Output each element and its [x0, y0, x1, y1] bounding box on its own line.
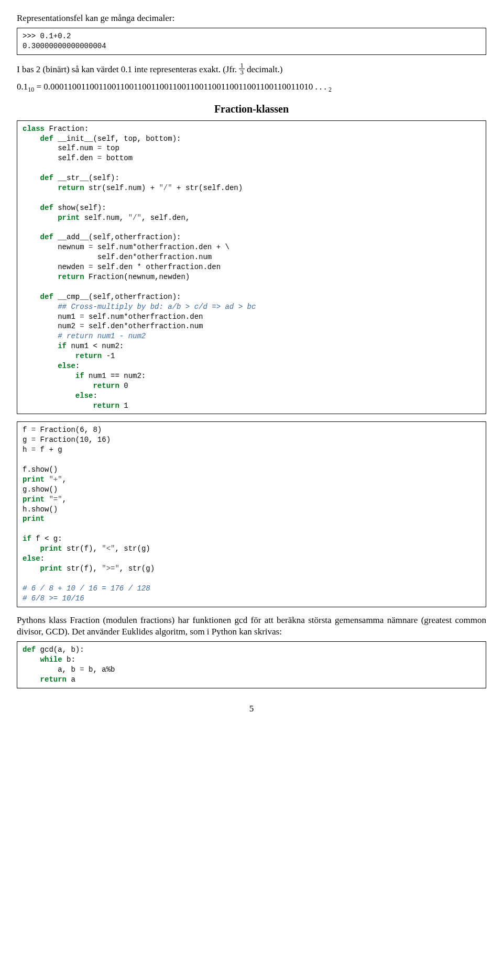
math-eq: = 0. — [34, 82, 50, 92]
para-text: I bas 2 (binärt) så kan värdet 0.1 inte … — [17, 64, 239, 74]
binary-expansion: 0.110 = 0.000110011001100110011001100110… — [17, 80, 486, 94]
code-box-gcd: def gcd(a, b): while b: a, b = b, a%b re… — [17, 641, 486, 688]
fraction-num: 1 — [239, 62, 244, 70]
code-box-fraction-usage: f = Fraction(6, 8) g = Fraction(10, 16) … — [17, 421, 486, 607]
code-box-fraction-class: class Fraction: def __init__(self, top, … — [17, 120, 486, 415]
code-box-repl-output: >>> 0.1+0.2 0.30000000000000004 — [17, 28, 486, 55]
paragraph-intro: Representationsfel kan ge många decimale… — [17, 13, 486, 25]
page-number: 5 — [17, 703, 486, 715]
section-title-fraction: Fraction-klassen — [17, 102, 486, 116]
subscript-2: 2 — [329, 86, 332, 93]
math-a: 0.1 — [17, 82, 28, 92]
subscript-10: 10 — [28, 86, 34, 93]
paragraph-gcd: Pythons klass Fraction (modulen fraction… — [17, 615, 486, 639]
binary-digits: 0001100110011001100110011001100110011001… — [50, 82, 329, 92]
paragraph-binary: I bas 2 (binärt) så kan värdet 0.1 inte … — [17, 62, 486, 76]
para-text-b: decimalt.) — [245, 64, 283, 74]
fraction-one-third: 13 — [239, 62, 244, 76]
fraction-den: 3 — [239, 69, 244, 76]
